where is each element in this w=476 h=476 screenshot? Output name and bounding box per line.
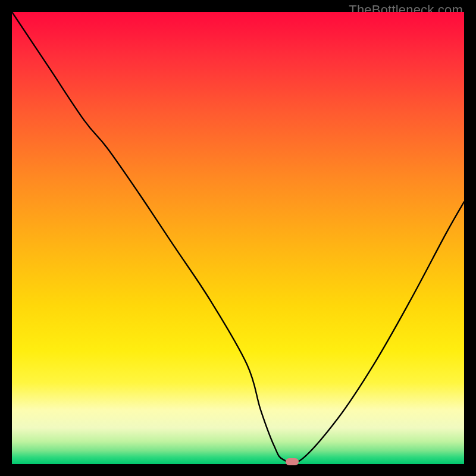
plot-area: [12, 12, 464, 464]
chart-frame: TheBottleneck.com: [0, 0, 476, 476]
optimal-marker: [286, 458, 299, 465]
bottleneck-curve: [12, 12, 464, 464]
